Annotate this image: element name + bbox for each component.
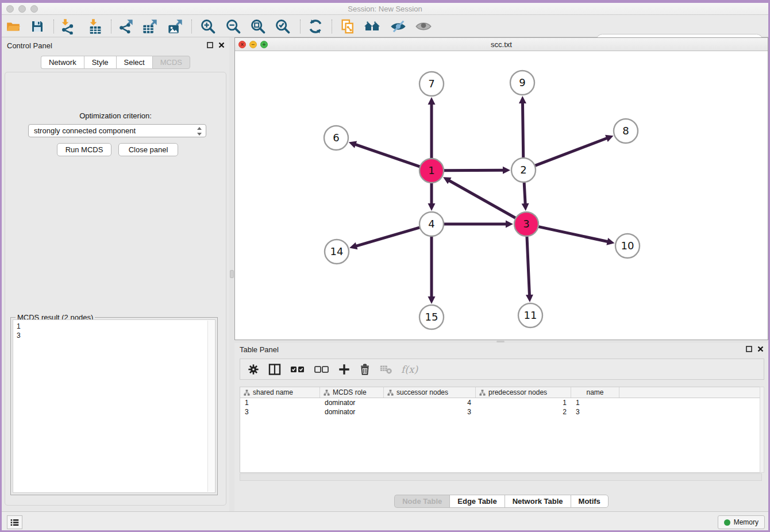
criterion-value: strongly connected component	[34, 126, 136, 135]
tab-node-table[interactable]: Node Table	[394, 495, 449, 508]
node-8[interactable]: 8	[614, 119, 638, 143]
export-table-button[interactable]	[141, 18, 159, 34]
node-7[interactable]: 7	[419, 72, 444, 96]
node-14[interactable]: 14	[325, 240, 349, 264]
table-vertical-scrollbar[interactable]	[760, 387, 764, 473]
column-pane-icon[interactable]	[268, 363, 282, 376]
vertical-splitter-grip[interactable]	[230, 270, 234, 278]
edge-4-15[interactable]	[428, 237, 436, 304]
tab-mcds[interactable]: MCDS	[152, 56, 190, 69]
edge-3-1[interactable]	[443, 177, 515, 218]
import-table-button[interactable]	[87, 18, 104, 34]
cell-predecessor-nodes[interactable]: 2	[476, 407, 571, 417]
tab-select[interactable]: Select	[116, 56, 152, 69]
edge-1-4[interactable]	[428, 183, 436, 211]
export-image-button[interactable]	[167, 18, 184, 34]
vertical-splitter[interactable]	[229, 37, 234, 511]
column-header-predecessor-nodes[interactable]: predecessor nodes	[476, 387, 571, 398]
zoom-selected-button[interactable]	[274, 18, 291, 34]
cell-successor-nodes[interactable]: 3	[384, 407, 476, 417]
export-network-button[interactable]	[117, 18, 134, 34]
mcds-result-lines: 1 3	[13, 320, 215, 342]
memory-button[interactable]: Memory	[718, 515, 765, 529]
tab-edge-table[interactable]: Edge Table	[449, 495, 504, 508]
cell-successor-nodes[interactable]: 4	[384, 398, 476, 407]
delete-column-icon[interactable]	[359, 363, 371, 376]
svg-text:8: 8	[622, 125, 629, 137]
edge-4-3[interactable]	[444, 221, 513, 228]
edge-4-14[interactable]	[349, 228, 419, 249]
zoom-out-icon	[225, 18, 241, 34]
column-header-MCDS-role[interactable]: MCDS role	[320, 387, 384, 398]
node-1[interactable]: 1	[419, 159, 444, 183]
toolbar-separator	[300, 20, 301, 33]
node-9[interactable]: 9	[510, 71, 534, 95]
refresh-button[interactable]	[307, 18, 324, 34]
tab-network[interactable]: Network	[41, 56, 84, 69]
cell-name[interactable]: 1	[571, 398, 619, 407]
edge-1-7[interactable]	[428, 97, 436, 158]
open-session-button[interactable]	[5, 18, 22, 34]
function-builder-icon[interactable]: f(x)	[401, 364, 418, 375]
toolbar-separator	[111, 20, 111, 33]
select-all-icon[interactable]	[290, 364, 306, 375]
node-11[interactable]: 11	[518, 303, 542, 327]
hide-selected-button[interactable]	[390, 18, 407, 34]
table-panel-title: Table Panel	[240, 345, 279, 354]
save-session-button[interactable]	[29, 18, 46, 34]
float-panel-icon[interactable]	[207, 42, 213, 48]
tab-style[interactable]: Style	[84, 56, 116, 69]
edge-1-6[interactable]	[349, 141, 419, 167]
zoom-out-button[interactable]	[225, 18, 242, 34]
first-neighbors-button[interactable]	[364, 18, 381, 34]
optimization-criterion-label: Optimization criterion:	[5, 111, 226, 120]
close-panel-button[interactable]: Close panel	[118, 143, 178, 156]
zoom-in-button[interactable]	[199, 18, 217, 34]
float-panel-icon[interactable]	[746, 346, 752, 352]
column-header-successor-nodes[interactable]: successor nodes	[384, 387, 476, 398]
node-4[interactable]: 4	[419, 212, 444, 236]
node-15[interactable]: 15	[419, 305, 444, 329]
edge-2-3[interactable]	[522, 183, 529, 211]
horizontal-splitter-grip[interactable]	[496, 341, 505, 342]
edge-3-11[interactable]	[526, 237, 533, 302]
network-canvas[interactable]: 7968124314101511	[235, 51, 768, 340]
cell-predecessor-nodes[interactable]: 1	[476, 398, 571, 407]
cell-MCDS-role[interactable]: dominator	[320, 407, 384, 417]
column-header-shared-name[interactable]: shared name	[240, 387, 320, 398]
task-history-button[interactable]	[7, 515, 22, 529]
edge-3-10[interactable]	[539, 227, 615, 245]
tab-motifs[interactable]: Motifs	[571, 495, 609, 508]
edge-1-2[interactable]	[444, 167, 510, 174]
show-all-button[interactable]	[415, 18, 432, 34]
cell-shared-name[interactable]: 1	[240, 398, 320, 407]
import-network-button[interactable]	[59, 18, 76, 34]
edge-2-8[interactable]	[536, 135, 614, 165]
table-row[interactable]: 1dominator411	[240, 398, 761, 407]
node-3[interactable]: 3	[514, 212, 538, 236]
new-network-from-selection-button[interactable]	[339, 18, 356, 34]
node-10[interactable]: 10	[615, 234, 640, 258]
table-row[interactable]: 3dominator323	[240, 407, 761, 417]
column-header-name[interactable]: name	[571, 387, 619, 398]
table-horizontal-scrollbar[interactable]	[240, 473, 762, 481]
criterion-dropdown[interactable]: strongly connected component	[28, 124, 206, 137]
cell-shared-name[interactable]: 3	[240, 407, 320, 417]
add-column-icon[interactable]	[338, 363, 351, 376]
tab-network-table[interactable]: Network Table	[505, 495, 571, 508]
result-scrollbar[interactable]	[207, 321, 214, 492]
node-2[interactable]: 2	[511, 158, 536, 182]
network-window-titlebar[interactable]: × − + scc.txt	[235, 38, 768, 51]
zoom-fit-button[interactable]	[249, 18, 267, 34]
table-settings-icon[interactable]	[247, 363, 260, 376]
cell-MCDS-role[interactable]: dominator	[320, 398, 384, 407]
node-6[interactable]: 6	[324, 126, 348, 150]
delete-table-icon[interactable]	[379, 364, 393, 375]
close-panel-icon[interactable]	[218, 42, 225, 48]
edge-2-9[interactable]	[519, 96, 526, 157]
run-mcds-button[interactable]: Run MCDS	[57, 143, 111, 156]
mcds-result-textarea[interactable]: 1 3	[13, 319, 215, 493]
close-panel-icon[interactable]	[757, 346, 764, 352]
deselect-all-icon[interactable]	[314, 364, 330, 375]
cell-name[interactable]: 3	[571, 407, 619, 417]
